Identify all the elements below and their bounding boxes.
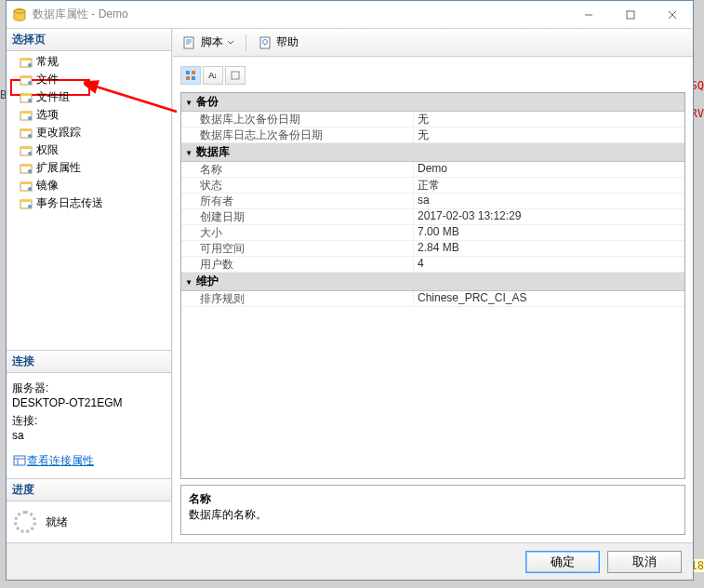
page-item-0[interactable]: 常规 [7,53,171,71]
expand-icon[interactable]: ▾ [181,96,196,109]
property-name: 名称 [181,162,414,177]
right-pane: 脚本 帮助 A↓ ▾备份数据库上次备份日期无数据库日志上次备份日期无▾数据库名称… [172,29,693,542]
property-name: 数据库上次备份日期 [181,112,414,127]
property-row[interactable]: 可用空间2.84 MB [181,241,684,257]
page-label: 镜像 [36,178,59,194]
page-item-2[interactable]: 文件组 [7,88,171,106]
category-label: 备份 [196,93,219,111]
close-button[interactable] [651,1,693,28]
property-row[interactable]: 创建日期2017-02-03 13:12:29 [181,209,684,225]
description-text: 数据库的名称。 [189,507,677,523]
categorized-button[interactable] [180,66,201,85]
svg-point-32 [28,205,32,208]
cancel-button[interactable]: 取消 [607,551,682,573]
svg-point-23 [28,152,32,155]
svg-point-17 [28,116,32,120]
progress-spinner-icon [14,511,36,533]
property-name: 大小 [181,225,414,240]
svg-rect-42 [186,76,190,80]
page-label: 文件 [36,72,59,87]
category-label: 维护 [196,273,219,290]
property-value: 无 [414,112,684,127]
property-grid[interactable]: ▾备份数据库上次备份日期无数据库日志上次备份日期无▾数据库名称Demo状态正常所… [180,92,685,479]
help-icon [258,35,272,50]
svg-rect-31 [20,200,32,202]
svg-point-29 [28,187,32,191]
expand-icon[interactable]: ▾ [181,275,196,288]
property-name: 所有者 [181,194,414,208]
window-title: 数据库属性 - Demo [33,7,567,22]
page-item-5[interactable]: 权限 [7,141,171,159]
property-row[interactable]: 用户数4 [181,257,684,273]
script-button[interactable]: 脚本 [179,33,238,52]
svg-rect-40 [186,71,190,74]
svg-rect-19 [20,129,32,131]
property-row[interactable]: 排序规则Chinese_PRC_CI_AS [181,291,684,307]
dialog-button-bar: 确定 取消 [7,542,693,580]
toolbar-separator [246,34,246,51]
server-value: DESKTOP-OT21EGM [12,396,166,409]
server-label: 服务器: [12,381,166,396]
svg-rect-22 [20,147,32,149]
page-label: 权限 [36,142,59,158]
page-item-4[interactable]: 更改跟踪 [7,124,171,141]
left-pane: 选择页 常规文件文件组选项更改跟踪权限扩展属性镜像事务日志传送 连接 服务器: … [7,29,172,542]
property-value: Demo [414,162,684,177]
property-name: 创建日期 [181,209,414,224]
svg-rect-25 [20,165,32,167]
property-row[interactable]: 数据库日志上次备份日期无 [181,127,684,143]
help-label: 帮助 [276,34,299,50]
property-name: 排序规则 [181,291,414,306]
property-row[interactable]: 名称Demo [181,162,684,178]
property-value: 4 [414,257,684,272]
page-list: 常规文件文件组选项更改跟踪权限扩展属性镜像事务日志传送 [7,51,171,214]
svg-rect-28 [20,182,32,184]
property-row[interactable]: 状态正常 [181,178,684,194]
svg-point-26 [28,169,32,173]
page-label: 常规 [36,54,59,70]
property-pages-button[interactable] [225,66,246,85]
script-label: 脚本 [201,34,223,50]
page-icon [20,197,34,210]
minimize-button[interactable] [567,1,609,28]
page-item-1[interactable]: 文件 [7,71,171,88]
svg-rect-33 [14,456,25,465]
category-row[interactable]: ▾维护 [181,273,684,291]
page-item-3[interactable]: 选项 [7,106,171,124]
page-item-7[interactable]: 镜像 [7,177,171,194]
view-connection-properties-link[interactable]: 查看连接属性 [12,453,94,469]
maximize-button[interactable] [609,1,651,28]
svg-rect-13 [20,94,32,96]
property-row[interactable]: 所有者sa [181,194,684,209]
description-panel: 名称 数据库的名称。 [180,485,685,535]
expand-icon[interactable]: ▾ [181,146,196,159]
description-title: 名称 [189,491,677,507]
category-label: 数据库 [196,143,230,161]
property-name: 数据库日志上次备份日期 [181,127,414,142]
page-icon [20,127,34,140]
page-icon [20,144,34,157]
page-item-6[interactable]: 扩展属性 [7,159,171,177]
property-row[interactable]: 数据库上次备份日期无 [181,112,684,127]
svg-rect-43 [192,76,195,80]
property-row[interactable]: 大小7.00 MB [181,225,684,241]
ok-button[interactable]: 确定 [525,551,600,573]
page-icon [20,180,34,193]
titlebar: 数据库属性 - Demo [7,1,693,29]
property-value: 2.84 MB [414,241,684,256]
category-row[interactable]: ▾备份 [181,93,684,112]
select-page-header: 选择页 [7,29,171,51]
view-connection-properties-label: 查看连接属性 [27,453,94,469]
help-button[interactable]: 帮助 [254,33,302,52]
database-icon [12,7,27,22]
page-item-8[interactable]: 事务日志传送 [7,194,171,212]
property-name: 状态 [181,178,414,193]
svg-rect-44 [232,72,239,79]
progress-header: 进度 [7,479,171,501]
category-row[interactable]: ▾数据库 [181,143,684,162]
property-value: 7.00 MB [414,225,684,240]
toolbar: 脚本 帮助 [173,29,693,57]
alphabetical-button[interactable]: A↓ [203,66,223,85]
svg-point-14 [28,99,32,102]
page-label: 文件组 [36,89,70,105]
